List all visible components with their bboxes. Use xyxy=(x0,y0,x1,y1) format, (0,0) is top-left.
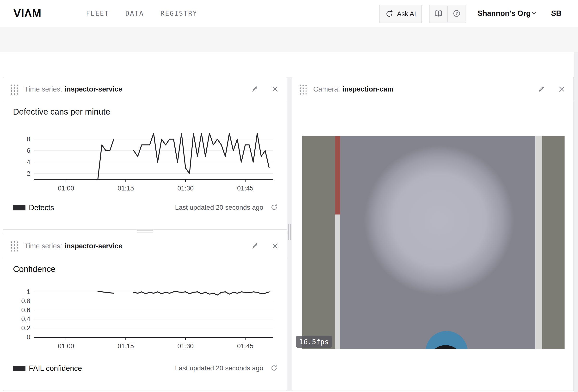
docs-button[interactable] xyxy=(430,6,447,22)
timeseries-widget-defects: Time series: inspector-service Defective… xyxy=(3,77,287,230)
widget-type-label: Time series: xyxy=(25,242,62,250)
defects-chart: 246801:0001:1501:3001:45 xyxy=(15,128,279,195)
edit-pencil-icon[interactable] xyxy=(251,85,259,93)
svg-text:0.2: 0.2 xyxy=(21,325,30,332)
conveyor-left-band xyxy=(302,136,335,349)
svg-text:01:15: 01:15 xyxy=(118,343,134,350)
chart-legend: FAIL confidence xyxy=(13,364,82,373)
refresh-icon[interactable] xyxy=(270,203,278,212)
viam-logo[interactable]: VIΛM xyxy=(13,7,41,20)
close-icon[interactable] xyxy=(271,85,279,93)
nav-data[interactable]: DATA xyxy=(125,10,144,17)
svg-text:0.4: 0.4 xyxy=(21,315,30,323)
user-avatar[interactable]: SB xyxy=(551,9,561,18)
widget-header: Time series: inspector-service xyxy=(3,234,287,258)
column-resize-handle[interactable] xyxy=(288,224,291,240)
svg-text:?: ? xyxy=(455,11,458,16)
last-updated-text: Last updated 20 seconds ago xyxy=(175,204,263,211)
confidence-chart: 00.20.40.60.8101:0001:1501:3001:45 xyxy=(15,284,279,353)
nav-fleet[interactable]: FLEET xyxy=(86,10,109,17)
chevron-down-icon[interactable] xyxy=(531,11,537,16)
drag-handle-icon[interactable] xyxy=(10,240,18,252)
legend-label: FAIL confidence xyxy=(29,364,82,373)
book-icon xyxy=(434,10,443,18)
svg-text:01:45: 01:45 xyxy=(237,185,253,192)
widget-type-label: Time series: xyxy=(25,85,62,93)
camera-stream xyxy=(302,136,565,349)
edit-pencil-icon[interactable] xyxy=(537,85,546,93)
svg-text:6: 6 xyxy=(27,147,30,154)
teleop-page: VIΛM FLEET DATA REGISTRY Ask AI ? Shanno… xyxy=(0,0,578,392)
svg-text:0.6: 0.6 xyxy=(21,306,30,314)
ask-ai-sparkle-refresh-icon xyxy=(385,9,394,19)
edit-pencil-icon[interactable] xyxy=(251,242,259,250)
widget-resource-name: inspector-service xyxy=(65,85,122,93)
last-updated-text: Last updated 20 seconds ago xyxy=(175,364,263,372)
ask-ai-label: Ask AI xyxy=(397,10,416,18)
question-circle-icon: ? xyxy=(453,9,461,18)
svg-text:01:15: 01:15 xyxy=(118,185,134,192)
widget-header: Time series: inspector-service xyxy=(3,77,287,101)
close-icon[interactable] xyxy=(558,85,566,93)
legend-swatch xyxy=(13,205,25,210)
svg-text:01:30: 01:30 xyxy=(177,343,194,350)
close-icon[interactable] xyxy=(271,242,279,250)
drag-handle-icon[interactable] xyxy=(298,83,307,95)
org-switcher[interactable]: Shannon's Org xyxy=(478,9,531,18)
header-divider xyxy=(68,8,68,19)
svg-text:01:45: 01:45 xyxy=(237,343,253,350)
red-marker-bar xyxy=(335,136,340,214)
workspace-toolbar: Workspaces › inspection Home inspection-… xyxy=(0,52,578,77)
widget-resource-name: inspection-cam xyxy=(342,85,393,93)
chart-title: Confidence xyxy=(13,264,55,274)
svg-text:8: 8 xyxy=(27,136,30,143)
fleet-subnav: ALL MACHINES LOCATIONS TELEOP DASHBOARD … xyxy=(0,27,578,52)
help-icon-group: ? xyxy=(429,5,466,23)
last-updated-row: Last updated 20 seconds ago xyxy=(143,364,278,373)
widget-resource-name: inspector-service xyxy=(65,242,122,250)
svg-text:01:30: 01:30 xyxy=(177,185,194,192)
svg-text:2: 2 xyxy=(27,170,30,177)
chart-title: Defective cans per minute xyxy=(13,107,110,116)
last-updated-row: Last updated 20 seconds ago xyxy=(143,203,278,212)
refresh-icon[interactable] xyxy=(270,364,278,373)
top-header: VIΛM FLEET DATA REGISTRY Ask AI ? Shanno… xyxy=(0,0,578,27)
widget-type-label: Camera: xyxy=(313,85,340,93)
svg-text:4: 4 xyxy=(27,158,30,166)
chart-legend: Defects xyxy=(13,203,54,212)
svg-text:1: 1 xyxy=(27,288,30,295)
conveyor-right-rail xyxy=(535,136,542,349)
widget-header: Camera: inspection-cam xyxy=(292,77,574,101)
legend-label: Defects xyxy=(29,203,54,212)
svg-text:01:00: 01:00 xyxy=(58,185,74,192)
timeseries-widget-confidence: Time series: inspector-service Confidenc… xyxy=(3,234,287,391)
ask-ai-button[interactable]: Ask AI xyxy=(379,5,422,23)
fps-badge: 16.5fps xyxy=(296,336,332,348)
help-button[interactable]: ? xyxy=(447,6,466,22)
page-scrollbar[interactable] xyxy=(574,52,578,392)
nav-registry[interactable]: REGISTRY xyxy=(160,10,197,17)
svg-text:01:00: 01:00 xyxy=(58,343,74,350)
row-resize-handle[interactable] xyxy=(137,230,153,233)
drag-handle-icon[interactable] xyxy=(10,83,18,95)
svg-text:0.8: 0.8 xyxy=(21,297,30,304)
camera-light-spot xyxy=(302,136,565,349)
legend-swatch xyxy=(13,366,25,371)
svg-text:0: 0 xyxy=(27,334,30,341)
conveyor-right-band xyxy=(542,136,565,349)
